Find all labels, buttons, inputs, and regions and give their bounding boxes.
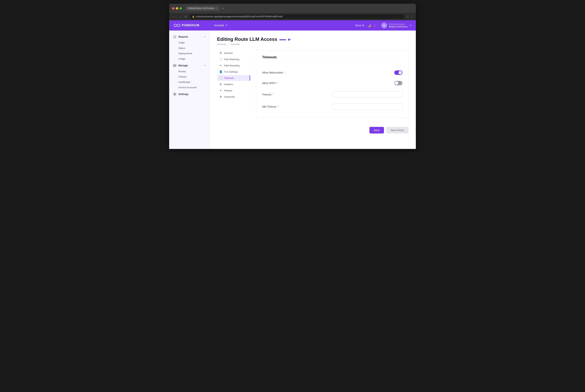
app-container: ⬡⬡ POMERIUM homelab ▼ Docs ▼ 🌙 ⚠ B bbox=[169, 20, 416, 149]
allow-websockets-control bbox=[394, 70, 402, 75]
form-section-title: Timeouts bbox=[262, 55, 402, 62]
form-panel: Timeouts Allow Websockets ? bbox=[256, 50, 408, 118]
idle-timeout-label: Idle Timeout ? bbox=[262, 105, 299, 108]
sidenav-item-general[interactable]: ⚙ General bbox=[217, 50, 250, 56]
bookmark-icon[interactable]: ☆ bbox=[406, 15, 409, 18]
allow-websockets-text: Allow Websockets bbox=[262, 71, 283, 74]
ssl-icon: 🔒 bbox=[192, 16, 195, 18]
close-dot[interactable] bbox=[172, 7, 174, 10]
sidebar-item-status[interactable]: Status bbox=[169, 46, 209, 51]
breadcrumb-workspace: homelab bbox=[230, 43, 240, 46]
user-name: Bobby DeSimone bbox=[389, 25, 408, 28]
field-allow-spdy: Allow SPDY ? bbox=[262, 78, 402, 88]
timeout-help-icon[interactable]: ? bbox=[272, 93, 274, 96]
new-tab-button[interactable]: + bbox=[222, 6, 224, 10]
sidebar: 📊 Reports ▼ Traffic Status Deployments U… bbox=[169, 30, 210, 149]
sidebar-item-traffic[interactable]: Traffic bbox=[169, 40, 209, 46]
sidebar-section-manage-header[interactable]: ⬡⬡ Manage ▼ bbox=[169, 62, 209, 69]
sidebar-item-certificates[interactable]: Certificates bbox=[169, 80, 209, 85]
headers-icon: ☰ bbox=[219, 83, 222, 86]
sidebar-item-routes[interactable]: Routes bbox=[169, 69, 209, 74]
tab-title: Editing Route LLM Access bbox=[188, 7, 214, 10]
top-nav: ⬡⬡ POMERIUM homelab ▼ Docs ▼ 🌙 ⚠ B bbox=[169, 20, 416, 30]
sidenav-item-headers[interactable]: ☰ Headers bbox=[217, 81, 250, 87]
docs-label: Docs bbox=[355, 24, 361, 27]
page-footer: Back Save Route bbox=[217, 124, 408, 134]
page-title-row: Editing Route LLM Access ▬▬ ▶ bbox=[217, 36, 408, 42]
idle-timeout-help-icon[interactable]: ? bbox=[277, 105, 278, 108]
idle-timeout-input[interactable] bbox=[333, 104, 402, 110]
allow-websockets-help-icon[interactable]: ? bbox=[284, 71, 285, 74]
user-chevron-icon: ▼ bbox=[409, 24, 411, 26]
video-icon[interactable]: ▶ bbox=[288, 37, 291, 41]
sidenav-item-advanced[interactable]: ⚙ Advanced bbox=[217, 94, 250, 100]
timeout-input[interactable] bbox=[333, 92, 402, 98]
allow-spdy-slider bbox=[394, 81, 402, 85]
sidebar-item-deployments[interactable]: Deployments bbox=[169, 51, 209, 56]
back-button[interactable]: ← bbox=[172, 14, 176, 19]
sidenav-item-policies[interactable]: ✦ Policies bbox=[217, 88, 250, 94]
sidenav-item-path-matching[interactable]: 📄 Path Matching bbox=[217, 56, 250, 62]
allow-websockets-toggle[interactable] bbox=[394, 70, 402, 75]
allow-spdy-toggle[interactable] bbox=[394, 81, 402, 85]
workspace-selector[interactable]: homelab ▼ bbox=[210, 24, 231, 27]
allow-spdy-help-icon[interactable]: ? bbox=[277, 82, 278, 84]
minimize-dot[interactable] bbox=[176, 7, 178, 10]
allow-spdy-text: Allow SPDY bbox=[262, 82, 276, 84]
sidebar-item-usage[interactable]: Usage bbox=[169, 56, 209, 62]
route-sidenav: ⚙ General 📄 Path Matching ✏ Path Rewriti… bbox=[217, 50, 250, 118]
content-area: Editing Route LLM Access ▬▬ ▶ personal /… bbox=[210, 30, 416, 149]
sidebar-item-service-accounts[interactable]: Service Accounts bbox=[169, 85, 209, 90]
sidenav-path-matching-label: Path Matching bbox=[224, 58, 239, 61]
manage-icon: ⬡⬡ bbox=[173, 64, 177, 67]
timeout-text: Timeout bbox=[262, 93, 271, 96]
address-bar[interactable]: 🔒 console.pomerium.app/app/management/ro… bbox=[189, 14, 405, 19]
extensions-icon[interactable]: ⋮ bbox=[410, 15, 413, 18]
window-controls bbox=[172, 7, 182, 10]
path-matching-icon: 📄 bbox=[219, 58, 222, 61]
breadcrumb: personal / homelab bbox=[217, 43, 408, 46]
sidenav-policies-label: Policies bbox=[224, 89, 232, 92]
manage-label: Manage bbox=[178, 64, 188, 67]
allow-websockets-slider bbox=[394, 70, 402, 75]
reports-icon: 📊 bbox=[173, 35, 177, 38]
sidenav-item-path-rewriting[interactable]: ✏ Path Rewriting bbox=[217, 62, 250, 68]
moon-icon[interactable]: 🌙 bbox=[367, 24, 371, 27]
sidebar-item-policies[interactable]: Policies bbox=[169, 74, 209, 80]
settings-label: Settings bbox=[178, 93, 188, 96]
user-area[interactable]: B Personal Account Bobby DeSimone ▼ bbox=[379, 22, 411, 28]
sidebar-section-reports-header[interactable]: 📊 Reports ▼ bbox=[169, 34, 209, 40]
reload-button[interactable]: ⟳ bbox=[184, 14, 188, 19]
logo-text: POMERIUM bbox=[182, 24, 199, 27]
manage-chevron-icon: ▼ bbox=[204, 64, 206, 66]
top-nav-right: Docs ▼ 🌙 ⚠ B Personal Account Bobby DeSi… bbox=[355, 22, 411, 28]
path-rewriting-icon: ✏ bbox=[219, 64, 222, 67]
sidenav-item-tls-settings[interactable]: 👤 TLS Settings bbox=[217, 69, 250, 75]
browser-toolbar: ← → ⟳ 🔒 console.pomerium.app/app/managem… bbox=[169, 13, 416, 20]
maximize-dot[interactable] bbox=[179, 7, 182, 10]
user-account-type: Personal Account bbox=[389, 23, 408, 25]
warning-icon[interactable]: ⚠ bbox=[373, 24, 376, 27]
general-icon: ⚙ bbox=[219, 52, 222, 54]
browser-tab[interactable]: Editing Route LLM Access × bbox=[186, 6, 219, 11]
forward-button[interactable]: → bbox=[178, 14, 182, 19]
sidenav-timeouts-label: Timeouts bbox=[224, 77, 234, 80]
workspace-chevron-icon: ▼ bbox=[225, 24, 228, 27]
save-route-button[interactable]: Save Route bbox=[386, 127, 408, 134]
docs-button[interactable]: Docs ▼ bbox=[355, 24, 365, 27]
logo-icon: ⬡⬡ bbox=[174, 23, 180, 28]
breadcrumb-personal: personal bbox=[217, 43, 226, 46]
back-button[interactable]: Back bbox=[370, 127, 384, 134]
sidenav-item-timeouts[interactable]: 🕐 Timeouts bbox=[217, 75, 250, 81]
sidebar-section-settings-header[interactable]: ⚙ Settings bbox=[169, 91, 209, 98]
reports-chevron-icon: ▼ bbox=[204, 36, 206, 38]
user-info: Personal Account Bobby DeSimone bbox=[389, 23, 408, 28]
docs-chevron-icon: ▼ bbox=[362, 24, 365, 27]
allow-spdy-knob bbox=[395, 82, 398, 85]
sidenav-advanced-label: Advanced bbox=[224, 96, 235, 98]
main-layout: 📊 Reports ▼ Traffic Status Deployments U… bbox=[169, 30, 416, 149]
settings-icon: ⚙ bbox=[173, 92, 177, 96]
tab-close-button[interactable]: × bbox=[215, 7, 216, 10]
sidebar-section-manage: ⬡⬡ Manage ▼ Routes Policies Certificates… bbox=[169, 62, 209, 90]
book-icon[interactable]: ▬▬ bbox=[279, 37, 286, 41]
